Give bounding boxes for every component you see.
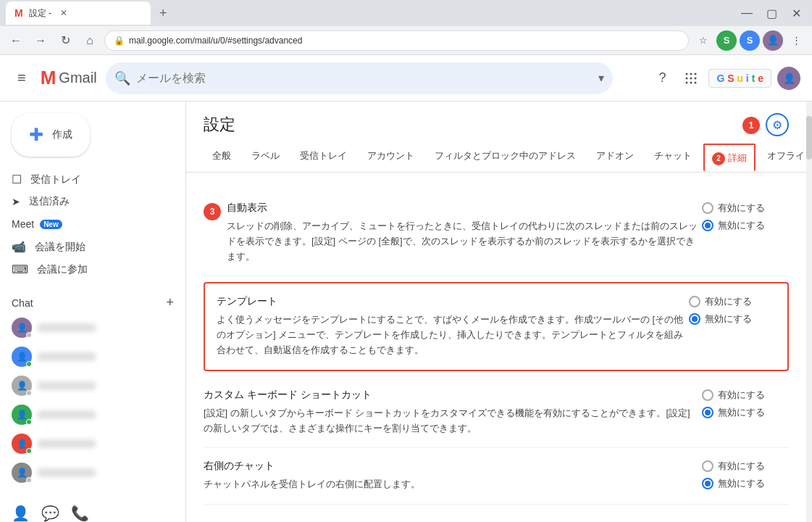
tab-inbox[interactable]: 受信トレイ: [291, 142, 356, 172]
address-bar[interactable]: 🔒 mail.google.com/mail/u/0/#settings/adv…: [104, 30, 689, 51]
tab-general[interactable]: 全般: [204, 142, 240, 172]
logo-m: M: [41, 67, 56, 89]
back-button[interactable]: ←: [6, 30, 26, 51]
avatar: 👤: [12, 463, 32, 483]
tab-close-button[interactable]: ✕: [60, 8, 67, 18]
menu-button[interactable]: ⋮: [786, 30, 806, 51]
help-button[interactable]: ?: [650, 67, 674, 90]
reload-button[interactable]: ↻: [55, 30, 75, 51]
tab-chat[interactable]: チャット: [645, 142, 700, 172]
auto-display-label: 自動表示 スレッドの削除、アーカイブ、ミュートを行ったときに、受信トレイの代わり…: [227, 202, 702, 264]
sent-label: 送信済み: [29, 195, 70, 208]
close-button[interactable]: ✕: [786, 3, 806, 23]
scrollbar-thumb[interactable]: [806, 116, 812, 160]
auto-display-disable[interactable]: 無効にする: [702, 219, 789, 232]
disable-label: 無効にする: [718, 406, 765, 419]
svg-point-3: [686, 77, 688, 79]
settings-gear-button[interactable]: ⚙: [766, 113, 789, 136]
custom-keyboard-title: カスタム キーボード ショートカット: [204, 389, 696, 402]
status-dot: [26, 361, 32, 367]
settings-header: 設定 1 ⚙: [186, 102, 806, 142]
chat-add-button[interactable]: +: [166, 295, 174, 310]
star-button[interactable]: ☆: [693, 30, 713, 51]
gmail-logo: M Gmail: [41, 67, 97, 89]
video-icon: 📹: [12, 240, 26, 254]
browser-tab[interactable]: M 設定 - ✕: [6, 1, 151, 25]
sidebar-item-inbox[interactable]: ☐ 受信トレイ: [0, 168, 185, 191]
feedback-icon[interactable]: 💬: [41, 505, 59, 522]
phone-icon[interactable]: 📞: [71, 505, 89, 522]
people-icon[interactable]: 👤: [12, 505, 30, 522]
search-input[interactable]: [136, 72, 593, 85]
forward-button[interactable]: →: [30, 30, 51, 51]
tab-accounts[interactable]: アカウント: [359, 142, 423, 172]
scrollbar[interactable]: [806, 102, 812, 522]
maximize-button[interactable]: ▢: [761, 3, 782, 23]
badge-3: 3: [204, 203, 221, 220]
list-item[interactable]: 👤: [0, 400, 185, 429]
list-item[interactable]: 👤: [0, 313, 185, 342]
hamburger-menu[interactable]: ≡: [12, 64, 32, 92]
status-dot: [26, 477, 32, 483]
address-text: mail.google.com/mail/u/0/#settings/advan…: [129, 36, 302, 46]
home-button[interactable]: ⌂: [80, 30, 100, 51]
svg-point-4: [690, 77, 692, 79]
profile-avatar[interactable]: 👤: [763, 30, 783, 51]
tab-advanced-label: 詳細: [728, 152, 747, 165]
right-chat-label: 右側のチャット チャットパネルを受信トレイの右側に配置します。: [204, 460, 420, 492]
svg-point-6: [686, 81, 688, 83]
minimize-button[interactable]: —: [737, 3, 757, 23]
user-avatar[interactable]: 👤: [777, 67, 800, 90]
chat-user-name: [38, 410, 96, 419]
custom-keyboard-disable[interactable]: 無効にする: [702, 406, 789, 419]
meet-join-button[interactable]: ⌨ 会議に参加: [12, 258, 174, 281]
tab-offline[interactable]: オフライン: [758, 142, 806, 172]
custom-keyboard-options: 有効にする 無効にする: [702, 389, 789, 419]
templates-desc: よく使うメッセージをテンプレートにすることで、すばやくメールを作成できます。作成…: [217, 312, 689, 357]
new-tab-button[interactable]: +: [154, 6, 173, 21]
profile-icon-2[interactable]: S: [740, 30, 760, 51]
right-chat-disable[interactable]: 無効にする: [702, 477, 789, 490]
disable-label: 無効にする: [705, 312, 752, 326]
status-dot: [26, 390, 32, 396]
profile-icon-1[interactable]: S: [716, 30, 737, 51]
badge-1: 1: [742, 117, 760, 134]
custom-keyboard-enable[interactable]: 有効にする: [702, 389, 789, 402]
search-dropdown-arrow[interactable]: ▾: [598, 71, 604, 85]
list-item[interactable]: 👤: [0, 342, 185, 371]
right-chat-enable[interactable]: 有効にする: [702, 460, 789, 473]
enable-label: 有効にする: [718, 460, 765, 473]
tab-advanced[interactable]: 2 詳細: [703, 144, 756, 171]
list-item[interactable]: 👤: [0, 458, 185, 487]
chat-user-name: [38, 439, 96, 448]
templates-enable[interactable]: 有効にする: [689, 295, 776, 308]
meet-start-button[interactable]: 📹 会議を開始: [12, 236, 174, 258]
list-item[interactable]: 👤: [0, 429, 185, 458]
chat-label: Chat: [12, 297, 33, 309]
enable-label: 有効にする: [718, 389, 765, 402]
templates-label: テンプレート よく使うメッセージをテンプレートにすることで、すばやくメールを作成…: [217, 295, 689, 357]
tab-labels[interactable]: ラベル: [243, 142, 288, 172]
list-item[interactable]: 👤: [0, 371, 185, 400]
compose-button[interactable]: ✚ 作成: [12, 113, 90, 157]
main-layout: ✚ 作成 ☐ 受信トレイ ➤ 送信済み Meet New 📹 会議を開始 ⌨ 会…: [0, 102, 812, 522]
chat-header: Chat +: [0, 292, 185, 313]
tab-addons[interactable]: アドオン: [587, 142, 643, 172]
auto-display-enable[interactable]: 有効にする: [702, 202, 789, 215]
templates-disable[interactable]: 無効にする: [689, 312, 776, 326]
apps-button[interactable]: [679, 67, 703, 90]
tab-filters[interactable]: フィルタとブロック中のアドレス: [426, 142, 585, 172]
search-input-wrapper[interactable]: 🔍 ▾: [106, 62, 613, 94]
auto-display-section: 3 自動表示 スレッドの削除、アーカイブ、ミュートを行ったときに、受信トレイの代…: [204, 190, 789, 276]
inbox-label: 受信トレイ: [30, 173, 81, 186]
disable-label: 無効にする: [718, 219, 765, 232]
gear-icon: ⚙: [772, 118, 782, 132]
chat-section: Chat + 👤 👤: [0, 286, 185, 493]
gsuite-label[interactable]: G S u i t e: [708, 69, 771, 88]
sidebar-item-sent[interactable]: ➤ 送信済み: [0, 191, 185, 212]
custom-keyboard-desc: [設定] の新しいタブからキーボード ショートカットをカスタマイズできる機能を有…: [204, 406, 696, 436]
search-bar: 🔍 ▾: [106, 62, 613, 94]
search-icon: 🔍: [114, 70, 130, 86]
svg-point-1: [690, 72, 692, 75]
right-chat-options: 有効にする 無効にする: [702, 460, 789, 490]
